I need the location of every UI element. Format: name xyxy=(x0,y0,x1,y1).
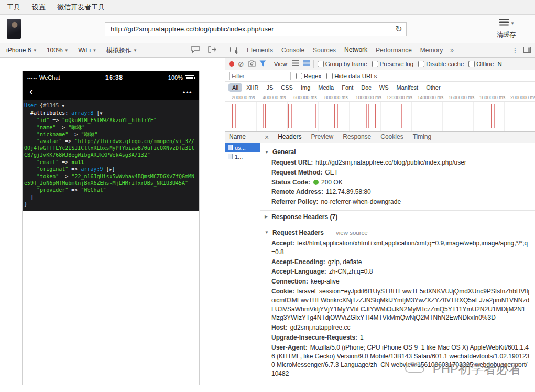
checkbox-preserve-log[interactable]: Preserve log xyxy=(372,61,414,67)
console-line: "name" => "咻咻" xyxy=(24,124,198,131)
tab-memory[interactable]: Memory xyxy=(416,43,447,57)
dropdown-zoom[interactable]: 100%▾ xyxy=(41,43,73,58)
details-tab-timing[interactable]: Timing xyxy=(408,132,436,143)
tab-performance[interactable]: Performance xyxy=(372,43,416,57)
open-external-icon[interactable] xyxy=(208,46,216,55)
resource-filter-manifest[interactable]: Manifest xyxy=(393,83,422,92)
close-icon[interactable]: × xyxy=(260,133,273,141)
more-options-icon[interactable]: ⋮ xyxy=(511,46,519,55)
resource-filter-js[interactable]: JS xyxy=(263,83,277,92)
divider xyxy=(270,60,270,68)
checkbox-label: Offline xyxy=(476,61,494,67)
url-input[interactable] xyxy=(105,23,391,36)
checkbox-group-by-frame[interactable]: Group by frame xyxy=(318,61,367,67)
header-value: gd2smj.natappfree.cc xyxy=(290,324,351,331)
menu-item--[interactable]: 微信开发者工具 xyxy=(51,3,111,12)
checkbox-input[interactable] xyxy=(318,61,324,67)
requests-column-header[interactable]: Name xyxy=(225,132,260,143)
header-line: Connection:keep-alive xyxy=(260,277,535,287)
regex-checkbox[interactable]: Regex xyxy=(296,73,321,79)
details-tab-cookies[interactable]: Cookies xyxy=(376,132,408,143)
url-bar: ↻ xyxy=(105,22,407,36)
menu-dots-icon[interactable]: ••• xyxy=(183,89,192,96)
main-area: ••••• WeChat 16:38 100% ‹ ••• User {#134… xyxy=(0,58,535,392)
chevron-down-icon: ▾ xyxy=(134,48,137,53)
network-activity-bar xyxy=(366,104,367,128)
view-large-rows-icon[interactable] xyxy=(303,60,310,67)
back-chevron-icon[interactable]: ‹ xyxy=(29,86,33,97)
resource-filter-img[interactable]: Img xyxy=(297,83,314,92)
record-icon[interactable] xyxy=(229,61,234,67)
menu-item--[interactable]: 设置 xyxy=(26,3,51,12)
resource-filter-other[interactable]: Other xyxy=(422,83,444,92)
network-overview[interactable] xyxy=(225,102,535,132)
phone-status-bar: ••••• WeChat 16:38 100% xyxy=(23,71,199,84)
hide-data-urls-checkbox[interactable]: Hide data URLs xyxy=(326,73,377,79)
checkbox-disable-cache[interactable]: Disable cache xyxy=(418,61,464,67)
more-tabs-icon[interactable]: » xyxy=(447,47,457,54)
header-line: Request URL:http://gd2smj.natappfree.cc/… xyxy=(260,158,535,168)
header-key: Request Method: xyxy=(271,169,322,176)
screenshot-camera-icon[interactable] xyxy=(248,60,256,68)
checkbox-offline[interactable]: Offline xyxy=(468,61,494,67)
simulator-toolbar: iPhone 6▾100%▾WiFi▾模拟操作▾ xyxy=(0,43,225,57)
resource-filter-xhr[interactable]: XHR xyxy=(243,83,262,92)
details-tab-preview[interactable]: Preview xyxy=(307,132,339,143)
request-row[interactable]: 1... xyxy=(225,152,260,161)
timeline-tick-label: 1600000 ms xyxy=(449,95,475,100)
header-key: Connection: xyxy=(271,278,308,285)
timeline-tick-label: 600000 ms xyxy=(293,95,317,100)
resource-filter-doc[interactable]: Doc xyxy=(357,83,375,92)
header-key: Accept: xyxy=(271,239,294,247)
clear-icon[interactable]: ⊘ xyxy=(238,60,244,68)
details-tabbar: × HeadersPreviewResponseCookiesTiming xyxy=(260,132,535,143)
console-line: "provider" => "WeChat" xyxy=(24,187,198,193)
details-tab-headers[interactable]: Headers xyxy=(273,132,306,143)
clear-cache-button[interactable]: 清缓存 xyxy=(497,30,516,39)
header-line: Status Code:200 OK xyxy=(260,178,535,188)
checkbox-input[interactable] xyxy=(418,61,424,67)
resource-filter-ws[interactable]: WS xyxy=(376,83,392,92)
response-headers-header[interactable]: ▶ Response Headers (7) xyxy=(260,212,535,223)
header-key: Host: xyxy=(271,324,288,331)
header-value: GET xyxy=(325,169,338,176)
general-section-header[interactable]: ▼ General xyxy=(260,147,535,158)
header-line: Host:gd2smj.natappfree.cc xyxy=(260,323,535,333)
phone-simulator: ••••• WeChat 16:38 100% ‹ ••• User {#134… xyxy=(22,71,200,385)
tab-network[interactable]: Network xyxy=(340,43,372,57)
checkbox-input[interactable] xyxy=(468,61,475,67)
refresh-icon[interactable]: ↻ xyxy=(391,24,406,34)
resource-filter-all[interactable]: All xyxy=(228,83,242,92)
dropdown-device[interactable]: iPhone 6▾ xyxy=(1,43,41,58)
resource-filter-font[interactable]: Font xyxy=(338,83,357,92)
feedback-bubble-icon[interactable] xyxy=(191,46,200,55)
header-value: 200 OK xyxy=(321,179,343,186)
resource-filter-media[interactable]: Media xyxy=(314,83,337,92)
network-mode-switch[interactable]: ▾ 清缓存 xyxy=(489,17,523,39)
dropdown-network[interactable]: WiFi▾ xyxy=(73,43,101,58)
inspect-element-icon[interactable] xyxy=(225,47,243,54)
checkbox-input[interactable] xyxy=(326,73,333,79)
menu-item--[interactable]: 工具 xyxy=(1,3,26,12)
request-headers-header[interactable]: ▼ Request Headers view source xyxy=(260,227,535,238)
details-tab-response[interactable]: Response xyxy=(338,132,376,143)
dock-side-icon[interactable] xyxy=(523,47,531,55)
resource-filter-css[interactable]: CSS xyxy=(277,83,297,92)
filter-funnel-icon[interactable] xyxy=(259,60,266,68)
avatar[interactable] xyxy=(7,19,21,39)
request-row[interactable]: us... xyxy=(225,143,260,152)
network-stack-dropdown[interactable]: ▾ xyxy=(499,17,514,29)
view-source-link[interactable]: view source xyxy=(336,230,368,236)
throttling-select[interactable]: N xyxy=(497,61,501,67)
filter-input[interactable] xyxy=(229,72,291,80)
chevron-down-icon: ▾ xyxy=(34,48,36,53)
view-small-rows-icon[interactable] xyxy=(292,60,299,67)
tab-sources[interactable]: Sources xyxy=(309,43,340,57)
checkbox-input[interactable] xyxy=(296,73,302,79)
console-line: "nickname" => "咻咻" xyxy=(24,131,198,138)
checkbox-input[interactable] xyxy=(372,61,378,67)
tab-elements[interactable]: Elements xyxy=(243,43,277,57)
dropdown-simulate[interactable]: 模拟操作▾ xyxy=(101,43,142,58)
tab-console[interactable]: Console xyxy=(277,43,309,57)
header-key: Status Code: xyxy=(271,179,310,186)
